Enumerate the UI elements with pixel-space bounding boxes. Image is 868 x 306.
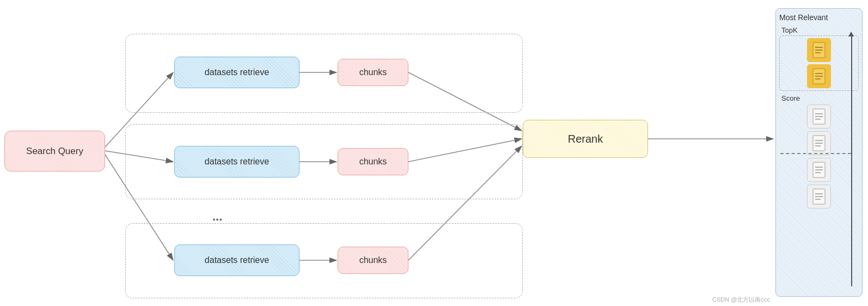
document-icon-5 <box>812 162 826 178</box>
chunks-box-2: chunks <box>338 148 408 175</box>
rerank-box: Rerank <box>523 120 648 158</box>
datasets-retrieve-label-2: datasets retrieve <box>205 157 269 167</box>
topk-dashed-box <box>779 35 859 91</box>
doc-icon-white-3 <box>807 158 831 182</box>
datasets-retrieve-box-1: datasets retrieve <box>174 57 299 88</box>
document-icon-4 <box>812 135 826 151</box>
watermark-text: CSDN @北方以南ccc <box>712 296 770 303</box>
chunks-label-1: chunks <box>359 68 387 77</box>
datasets-retrieve-box-2: datasets retrieve <box>174 146 299 178</box>
topk-label: TopK <box>781 26 798 34</box>
doc-icon-white-1 <box>807 105 831 128</box>
document-icon-6 <box>812 188 826 205</box>
doc-icon-gold-2 <box>807 64 831 88</box>
chunks-box-1: chunks <box>338 59 408 86</box>
search-query-label: Search Query <box>26 146 83 157</box>
panel-most-relevant-title: Most Relevant <box>779 13 828 22</box>
arrow-head-up <box>848 32 854 36</box>
document-icon-2 <box>812 68 826 84</box>
document-icon-1 <box>812 42 826 58</box>
datasets-retrieve-box-3: datasets retrieve <box>174 244 299 276</box>
vertical-arrow <box>851 36 852 286</box>
dots-label: ... <box>212 210 222 224</box>
chunks-box-3: chunks <box>338 247 408 274</box>
document-icon-3 <box>812 108 826 125</box>
doc-icon-white-2 <box>807 131 831 155</box>
datasets-retrieve-label-1: datasets retrieve <box>205 68 269 77</box>
score-separator <box>780 153 851 154</box>
datasets-retrieve-label-3: datasets retrieve <box>205 255 269 265</box>
score-label: Score <box>781 94 800 102</box>
right-panel: Most Relevant TopK <box>775 8 863 297</box>
search-query-box: Search Query <box>4 131 105 172</box>
doc-icon-white-4 <box>807 185 831 209</box>
rerank-label: Rerank <box>568 133 603 145</box>
chunks-label-3: chunks <box>359 255 387 265</box>
doc-icons-below-score <box>807 105 831 209</box>
chunks-label-2: chunks <box>359 157 387 167</box>
diagram-container: Search Query datasets retrieve datasets … <box>0 0 868 306</box>
watermark: CSDN @北方以南ccc <box>712 296 770 304</box>
doc-icon-gold-1 <box>807 38 831 62</box>
